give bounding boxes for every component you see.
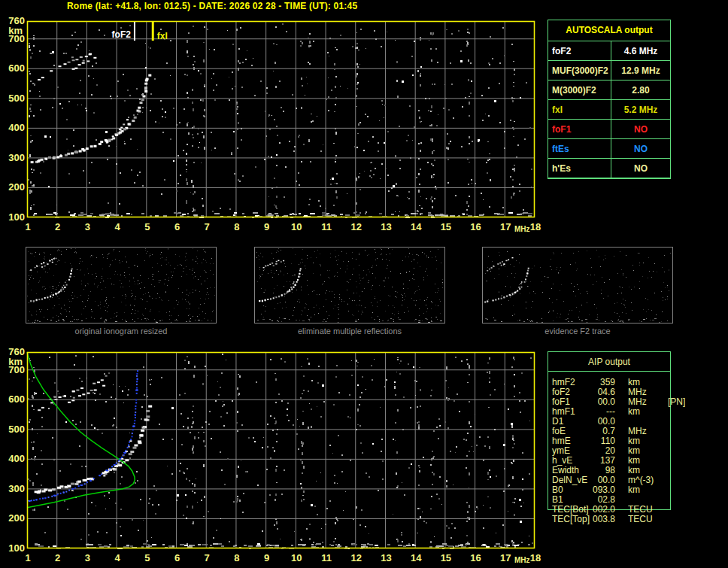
param-label: ftEs [548, 139, 611, 158]
param-value: NO [611, 120, 670, 138]
thumbnail-original-ionogram [26, 248, 217, 323]
table-row: fxI5.2 MHz [548, 100, 670, 120]
svg-text:9: 9 [264, 552, 269, 563]
svg-text:4: 4 [115, 552, 121, 563]
svg-text:2: 2 [55, 552, 60, 563]
param-unit: km [628, 407, 658, 417]
table-row: foF1NO [548, 120, 670, 139]
svg-text:MHz: MHz [514, 225, 530, 233]
svg-text:6: 6 [174, 552, 180, 563]
page-title: Rome (lat: +41.8, lon: 012.5) - DATE: 20… [67, 1, 357, 11]
thumbnail-caption-2: eliminate multiple reflections [254, 327, 445, 336]
svg-text:16: 16 [470, 552, 481, 563]
param-label: h'Es [548, 159, 611, 178]
svg-text:200: 200 [8, 181, 25, 193]
svg-text:500: 500 [8, 93, 25, 104]
autoscala-window: { "title": "Rome (lat: +41.8, lon: 012.5… [0, 0, 728, 568]
table-row: TEC[Top]003.8TECU [552, 515, 725, 524]
svg-text:6: 6 [174, 221, 180, 232]
aip-output-table: AIP output hmF2359kmfoF204.6MHzfoF100.0M… [548, 351, 671, 510]
param-value: 4.6 MHz [611, 41, 670, 60]
param-label: foF1 [548, 120, 611, 138]
table-row: ftEsNO [548, 139, 670, 159]
svg-text:14: 14 [411, 552, 422, 563]
svg-text:13: 13 [381, 552, 391, 563]
param-value: 003.8 [591, 515, 615, 524]
svg-text:8: 8 [234, 221, 239, 232]
svg-text:12: 12 [351, 221, 362, 232]
svg-text:300: 300 [8, 152, 25, 163]
table-row: MUF(3000)F212.9 MHz [548, 61, 670, 80]
svg-text:8: 8 [234, 552, 239, 563]
svg-text:18: 18 [530, 552, 541, 563]
svg-text:700: 700 [8, 33, 25, 44]
svg-text:1: 1 [25, 552, 30, 563]
param-unit: TECU [628, 515, 658, 524]
foF2-marker-line [134, 22, 135, 41]
svg-text:16: 16 [470, 221, 481, 232]
param-label: foF2 [548, 41, 611, 60]
svg-text:7: 7 [205, 552, 210, 563]
svg-text:18: 18 [530, 221, 541, 232]
svg-text:15: 15 [441, 221, 451, 232]
param-flag: [PN] [668, 397, 685, 407]
table-row: M(3000)F22.80 [548, 80, 670, 100]
table-row: foF24.6 MHz [548, 41, 670, 61]
svg-text:11: 11 [321, 221, 332, 232]
electron-density-profile [27, 352, 135, 508]
autoscala-table-header: AUTOSCALA output [548, 20, 670, 41]
svg-text:15: 15 [441, 552, 451, 563]
svg-text:300: 300 [8, 483, 25, 494]
svg-text:7: 7 [205, 221, 210, 232]
svg-text:400: 400 [8, 122, 25, 133]
param-value: NO [611, 139, 670, 158]
svg-text:5: 5 [144, 221, 150, 232]
thumbnail-caption-1: original ionogram resized [26, 327, 217, 336]
param-label: M(3000)F2 [548, 80, 611, 99]
svg-text:9: 9 [264, 221, 269, 232]
svg-text:MHz: MHz [514, 556, 530, 564]
svg-text:4: 4 [115, 221, 121, 232]
svg-text:17: 17 [500, 552, 511, 563]
svg-text:400: 400 [8, 453, 25, 464]
svg-text:600: 600 [8, 62, 25, 74]
param-value: NO [611, 159, 670, 178]
aip-table-rows: hmF2359kmfoF204.6MHzfoF100.0MHz[PN]hmF1-… [552, 378, 725, 524]
svg-text:100: 100 [8, 211, 25, 223]
marker-lines: foF2fxI [112, 22, 168, 41]
svg-text:5: 5 [144, 552, 150, 563]
table-row: hmF1---km [552, 407, 725, 417]
table-row: h'EsNO [548, 159, 670, 178]
svg-text:10: 10 [291, 221, 302, 232]
fxI-marker-line [152, 22, 154, 41]
autoscala-output-table: AUTOSCALA output foF24.6 MHzMUF(3000)F21… [548, 20, 671, 179]
param-unit: km [628, 485, 658, 495]
svg-text:3: 3 [85, 552, 90, 563]
svg-text:17: 17 [500, 221, 511, 232]
svg-text:11: 11 [321, 552, 332, 563]
fxI-marker-label: fxI [157, 31, 168, 41]
svg-text:13: 13 [381, 221, 391, 232]
svg-text:1: 1 [25, 221, 30, 232]
param-label: TEC[Top] [552, 515, 591, 524]
table-row: B0093.0km [552, 485, 725, 495]
svg-text:100: 100 [8, 542, 25, 554]
thumbnail-evidence-f2-trace [483, 248, 673, 323]
thumbnail-eliminate-reflections [255, 248, 445, 323]
foF2-marker-label: foF2 [112, 29, 132, 40]
thumbnail-caption-3: evidence F2 trace [482, 327, 673, 336]
param-label: MUF(3000)F2 [548, 61, 611, 80]
aip-table-header: AIP output [548, 352, 670, 372]
bottom-ionogram-plot: 760km70060050040030020010012345678910111… [8, 346, 541, 564]
svg-text:12: 12 [351, 552, 362, 563]
svg-text:500: 500 [8, 424, 25, 435]
svg-text:10: 10 [291, 552, 302, 563]
svg-text:700: 700 [8, 364, 25, 375]
svg-text:200: 200 [8, 512, 25, 524]
param-value: 2.80 [611, 80, 670, 99]
svg-text:14: 14 [411, 221, 422, 232]
param-value: 12.9 MHz [611, 61, 670, 80]
param-value: 5.2 MHz [611, 100, 670, 119]
param-label: fxI [548, 100, 611, 119]
top-ionogram-plot: 760km70060050040030020010012345678910111… [8, 15, 541, 233]
